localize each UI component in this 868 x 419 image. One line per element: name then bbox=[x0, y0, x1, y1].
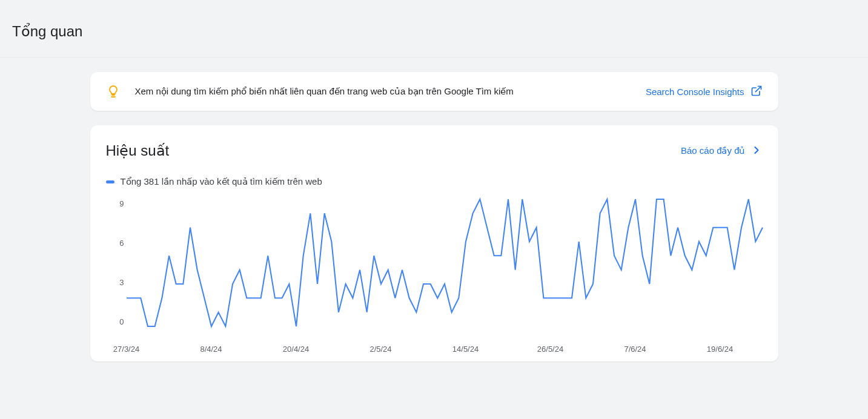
chart-legend: Tổng 381 lần nhấp vào kết quả tìm kiếm t… bbox=[106, 176, 763, 187]
legend-label: Tổng 381 lần nhấp vào kết quả tìm kiếm t… bbox=[121, 176, 322, 187]
performance-title: Hiệu suất bbox=[106, 142, 170, 159]
open-in-new-icon bbox=[750, 85, 763, 99]
lightbulb-icon bbox=[106, 84, 121, 99]
x-tick: 26/5/24 bbox=[537, 345, 563, 354]
insights-card: Xem nội dung tìm kiếm phổ biến nhất liên… bbox=[90, 72, 778, 111]
x-tick: 2/5/24 bbox=[369, 345, 391, 354]
x-tick: 14/5/24 bbox=[452, 345, 479, 354]
x-tick: 27/3/24 bbox=[113, 345, 139, 354]
insights-link[interactable]: Search Console Insights bbox=[646, 85, 763, 99]
legend-swatch bbox=[106, 180, 114, 183]
chart-series-line bbox=[127, 199, 763, 326]
chart-plot bbox=[127, 199, 763, 326]
full-report-label: Báo cáo đầy đủ bbox=[681, 145, 746, 156]
performance-card: Hiệu suất Báo cáo đầy đủ Tổng 381 lần nh… bbox=[90, 125, 778, 361]
performance-header: Hiệu suất Báo cáo đầy đủ bbox=[106, 142, 763, 159]
y-axis: 9630 bbox=[106, 199, 124, 326]
chevron-right-icon bbox=[750, 144, 763, 158]
full-report-link[interactable]: Báo cáo đầy đủ bbox=[681, 144, 763, 158]
x-tick: 20/4/24 bbox=[283, 345, 309, 354]
insights-link-label: Search Console Insights bbox=[646, 87, 744, 97]
y-tick: 9 bbox=[119, 199, 124, 208]
y-tick: 0 bbox=[119, 317, 124, 326]
line-chart-svg bbox=[127, 199, 763, 326]
insights-text: Xem nội dung tìm kiếm phổ biến nhất liên… bbox=[135, 86, 631, 97]
chart-area: 9630 27/3/248/4/2420/4/242/5/2414/5/2426… bbox=[106, 199, 763, 345]
page-title: Tổng quan bbox=[12, 23, 856, 40]
x-tick: 8/4/24 bbox=[200, 345, 222, 354]
y-tick: 6 bbox=[119, 239, 124, 248]
y-tick: 3 bbox=[119, 278, 124, 287]
content-area: Xem nội dung tìm kiếm phổ biến nhất liên… bbox=[0, 58, 868, 361]
page-header: Tổng quan bbox=[0, 0, 868, 58]
x-tick: 19/6/24 bbox=[707, 345, 733, 354]
x-tick: 7/6/24 bbox=[624, 345, 646, 354]
